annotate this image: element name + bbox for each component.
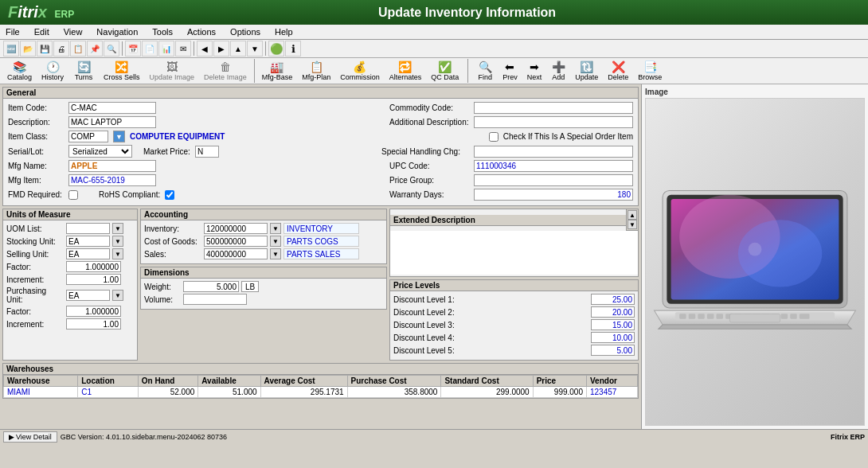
ext-desc-textarea[interactable] bbox=[390, 231, 638, 275]
tool-mail[interactable]: ✉ bbox=[175, 41, 191, 57]
commission-button[interactable]: 💰 Commission bbox=[336, 59, 384, 83]
inventory-acct-btn[interactable]: ▼ bbox=[270, 223, 281, 234]
stocking-unit-btn[interactable]: ▼ bbox=[112, 236, 123, 247]
item-class-field[interactable] bbox=[68, 131, 108, 142]
selling-unit-field[interactable] bbox=[66, 248, 110, 259]
special-handling-field[interactable] bbox=[474, 146, 633, 158]
mfg-item-field[interactable] bbox=[68, 174, 156, 186]
table-row[interactable]: MIAMI C1 52.000 51.000 295.1731 358.8000… bbox=[4, 387, 638, 398]
commission-label: Commission bbox=[340, 73, 380, 81]
uom-title: Units of Measure bbox=[3, 209, 137, 220]
tool-green1[interactable]: 🟢 bbox=[268, 41, 284, 57]
tool-up[interactable]: ▲ bbox=[230, 41, 246, 57]
prev-button[interactable]: ⬅ Prev bbox=[499, 59, 522, 83]
stocking-unit-field[interactable] bbox=[66, 236, 110, 247]
uom-list-field[interactable] bbox=[66, 223, 110, 234]
tool-doc[interactable]: 📄 bbox=[142, 41, 158, 57]
delete-image-icon: 🗑 bbox=[220, 60, 231, 73]
inventory-acct-label: Inventory: bbox=[144, 224, 201, 233]
menu-options[interactable]: Options bbox=[228, 26, 263, 37]
discount-level-1-field[interactable] bbox=[591, 294, 635, 305]
additional-desc-field[interactable] bbox=[474, 116, 633, 128]
market-price-field[interactable] bbox=[195, 146, 219, 158]
delete-image-button[interactable]: 🗑 Delete Image bbox=[200, 59, 251, 83]
increment-field[interactable] bbox=[66, 274, 121, 285]
upc-code-field[interactable] bbox=[474, 160, 633, 172]
find-button[interactable]: 🔍 Find bbox=[473, 59, 497, 83]
commodity-code-field[interactable] bbox=[474, 102, 633, 114]
menu-edit[interactable]: Edit bbox=[32, 26, 52, 37]
cogs-acct-btn[interactable]: ▼ bbox=[270, 236, 281, 247]
inventory-acct-field[interactable] bbox=[204, 223, 268, 234]
purchasing-unit-btn[interactable]: ▼ bbox=[112, 290, 123, 301]
turns-button[interactable]: 🔄 Turns bbox=[69, 59, 98, 83]
cross-sells-button[interactable]: 🔀 Cross Sells bbox=[100, 59, 144, 83]
volume-field[interactable] bbox=[183, 294, 247, 305]
add-button[interactable]: ➕ Add bbox=[547, 59, 569, 83]
alternates-button[interactable]: 🔁 Alternates bbox=[385, 59, 426, 83]
alternates-label: Alternates bbox=[389, 73, 422, 81]
cogs-acct-field[interactable] bbox=[204, 236, 268, 247]
view-detail-button[interactable]: ▶ View Detail bbox=[3, 431, 57, 443]
menu-file[interactable]: File bbox=[3, 26, 22, 37]
item-code-field[interactable] bbox=[68, 102, 156, 114]
discount-level-2-field[interactable] bbox=[591, 306, 635, 318]
sales-acct-btn[interactable]: ▼ bbox=[270, 248, 281, 259]
menu-help[interactable]: Help bbox=[272, 26, 295, 37]
weight-field[interactable] bbox=[183, 281, 239, 292]
discount-level-5-field[interactable] bbox=[591, 345, 635, 356]
tool-copy[interactable]: 📋 bbox=[70, 41, 86, 57]
warranty-days-field[interactable] bbox=[474, 189, 633, 201]
menu-actions[interactable]: Actions bbox=[185, 26, 218, 37]
tool-new[interactable]: 🆕 bbox=[3, 41, 19, 57]
tool-right[interactable]: ▶ bbox=[213, 41, 229, 57]
catalog-button[interactable]: 📚 Catalog bbox=[3, 59, 36, 83]
tool-open[interactable]: 📂 bbox=[20, 41, 36, 57]
selling-unit-btn[interactable]: ▼ bbox=[112, 248, 123, 259]
mfg-name-field[interactable] bbox=[68, 160, 156, 172]
browse-button[interactable]: 📑 Browse bbox=[634, 59, 666, 83]
item-class-lookup-button[interactable]: ▼ bbox=[113, 131, 125, 142]
delete-button[interactable]: ❌ Delete bbox=[604, 59, 632, 83]
serial-lot-select[interactable]: Serialized Lot None bbox=[68, 145, 132, 158]
tool-down[interactable]: ▼ bbox=[247, 41, 263, 57]
tool-paste[interactable]: 📌 bbox=[87, 41, 103, 57]
tool-left[interactable]: ◀ bbox=[197, 41, 213, 57]
next-button[interactable]: ➡ Next bbox=[523, 59, 546, 83]
price-group-field[interactable] bbox=[474, 174, 633, 186]
purchasing-unit-field[interactable] bbox=[66, 290, 110, 301]
special-order-checkbox[interactable] bbox=[489, 132, 499, 142]
tool-chart[interactable]: 📊 bbox=[158, 41, 174, 57]
factor2-field[interactable] bbox=[66, 306, 121, 317]
description-field[interactable] bbox=[68, 116, 156, 128]
fmd-checkbox[interactable] bbox=[68, 190, 78, 200]
tool-save[interactable]: 💾 bbox=[37, 41, 53, 57]
rohs-checkbox[interactable] bbox=[165, 190, 174, 200]
find-icon: 🔍 bbox=[479, 60, 492, 73]
update-button[interactable]: 🔃 Update bbox=[571, 59, 602, 83]
discount-level-3-field[interactable] bbox=[591, 319, 635, 330]
turns-icon: 🔄 bbox=[77, 60, 91, 73]
price-levels-section: Price Levels Discount Level 1: Discount … bbox=[389, 279, 639, 361]
history-button[interactable]: 🕐 History bbox=[37, 59, 68, 83]
mfg-base-button[interactable]: 🏭 Mfg-Base bbox=[258, 59, 297, 83]
increment2-field[interactable] bbox=[66, 318, 121, 330]
tool-zoom[interactable]: 🔍 bbox=[104, 41, 119, 57]
menu-tools[interactable]: Tools bbox=[150, 26, 175, 37]
ext-desc-scroll-up[interactable]: ▲ bbox=[628, 210, 637, 220]
tool-print[interactable]: 🖨 bbox=[53, 41, 69, 57]
menu-navigation[interactable]: Navigation bbox=[94, 26, 140, 37]
uom-list-btn[interactable]: ▼ bbox=[112, 223, 123, 234]
discount-level-4-field[interactable] bbox=[591, 332, 635, 343]
laptop-image bbox=[645, 98, 865, 426]
sales-acct-field[interactable] bbox=[204, 248, 268, 259]
mfg-plan-button[interactable]: 📋 Mfg-Plan bbox=[298, 59, 334, 83]
ext-desc-scroll-down[interactable]: ▼ bbox=[628, 220, 637, 229]
tool-info[interactable]: ℹ bbox=[285, 41, 301, 57]
factor-field[interactable] bbox=[66, 261, 121, 272]
update-image-button[interactable]: 🖼 Update Image bbox=[146, 59, 199, 83]
menu-view[interactable]: View bbox=[61, 26, 85, 37]
qc-data-button[interactable]: ✅ QC Data bbox=[427, 59, 463, 83]
tool-calendar[interactable]: 📅 bbox=[125, 41, 141, 57]
stocking-unit-label: Stocking Unit: bbox=[6, 237, 64, 246]
